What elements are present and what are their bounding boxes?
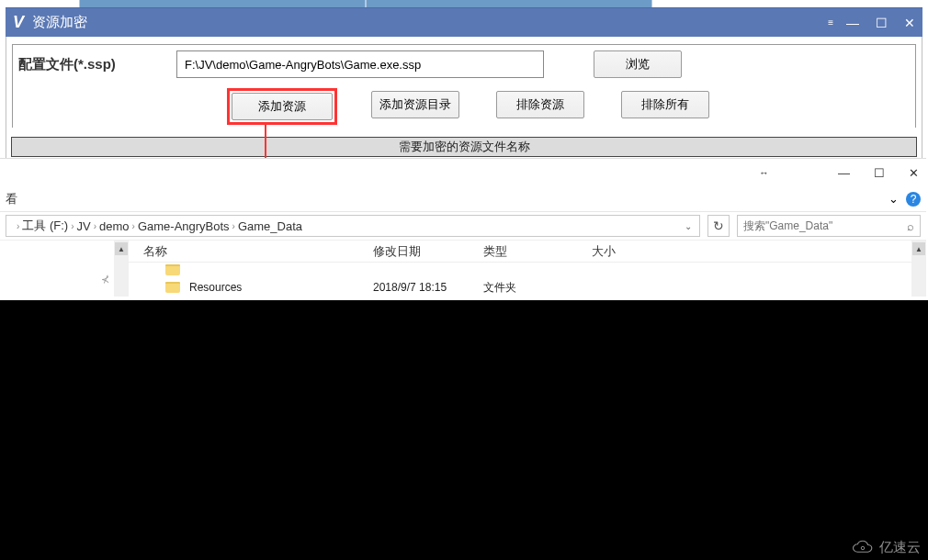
folder-icon	[165, 282, 180, 293]
menu-icon[interactable]: ≡	[828, 17, 830, 28]
list-item[interactable]: Resources 2018/9/7 18:15 文件夹	[129, 277, 926, 297]
exclude-all-button[interactable]: 排除所有	[621, 91, 709, 118]
close-button[interactable]: ✕	[904, 16, 915, 30]
list-header[interactable]: 名称 修改日期 类型 大小	[129, 241, 926, 263]
list-scrollbar[interactable]: ▲	[911, 241, 926, 297]
col-date[interactable]: 修改日期	[373, 243, 483, 260]
add-resource-button[interactable]: 添加资源	[232, 93, 333, 120]
crumb[interactable]: Game-AngryBots	[138, 219, 230, 233]
chevron-right-icon: ›	[71, 221, 74, 231]
explorer-maximize-button[interactable]: ☐	[874, 166, 885, 180]
watermark: 亿速云	[850, 539, 921, 556]
search-input[interactable]	[743, 219, 907, 232]
crumb[interactable]: JV	[77, 219, 91, 233]
obscured-region	[0, 300, 928, 560]
explorer-nav-pane[interactable]: ⊀ ▲	[0, 241, 129, 297]
file-explorer-window: ↔ — ☐ ✕ 看 ⌄ ? › 工具 (F:) › JV › demo › Ga…	[0, 158, 926, 297]
nav-scrollbar[interactable]: ▲	[114, 241, 129, 297]
explorer-menu-item[interactable]: 看	[6, 191, 17, 207]
search-box[interactable]: ⌕	[737, 215, 921, 237]
folder-icon	[165, 264, 180, 275]
resize-handle-icon[interactable]: ↔	[759, 167, 767, 178]
scroll-up-icon[interactable]: ▲	[115, 242, 128, 255]
scroll-up-icon[interactable]: ▲	[912, 242, 925, 255]
exclude-resource-button[interactable]: 排除资源	[496, 91, 584, 118]
svg-point-0	[861, 546, 865, 550]
config-file-label: 配置文件(*.ssp)	[18, 56, 164, 73]
app-titlebar: V 资源加密 ≡ — ☐ ✕	[6, 7, 922, 37]
watermark-text: 亿速云	[879, 539, 921, 556]
app-title: 资源加密	[32, 14, 87, 31]
explorer-close-button[interactable]: ✕	[909, 166, 919, 180]
add-resource-dir-button[interactable]: 添加资源目录	[371, 91, 459, 118]
cloud-icon	[850, 540, 876, 556]
help-icon[interactable]: ?	[906, 192, 921, 207]
col-name[interactable]: 名称	[129, 243, 373, 260]
file-name: Resources	[189, 281, 242, 294]
section-header: 需要加密的资源文件名称	[11, 137, 917, 157]
minimize-button[interactable]: —	[846, 16, 859, 30]
crumb[interactable]: demo	[99, 219, 130, 233]
chevron-right-icon: ›	[94, 221, 96, 231]
list-item[interactable]	[129, 263, 926, 277]
col-type[interactable]: 类型	[483, 243, 592, 260]
pin-icon[interactable]: ⊀	[101, 274, 109, 286]
breadcrumb[interactable]: › 工具 (F:) › JV › demo › Game-AngryBots ›…	[6, 215, 700, 237]
add-resource-highlight: 添加资源	[230, 91, 334, 122]
background-tab-bar	[79, 0, 652, 7]
crumb[interactable]: 工具 (F:)	[22, 218, 68, 234]
browse-button[interactable]: 浏览	[594, 50, 682, 78]
crumb[interactable]: Game_Data	[238, 219, 302, 233]
chevron-right-icon: ›	[17, 221, 19, 231]
app-logo: V	[13, 13, 23, 32]
maximize-button[interactable]: ☐	[876, 16, 888, 30]
chevron-right-icon: ›	[132, 221, 135, 231]
file-date: 2018/9/7 18:15	[373, 281, 483, 294]
config-file-input[interactable]	[176, 50, 544, 78]
search-icon[interactable]: ⌕	[907, 219, 914, 233]
refresh-button[interactable]: ↻	[707, 215, 730, 237]
file-type: 文件夹	[483, 280, 592, 296]
explorer-file-list[interactable]: 名称 修改日期 类型 大小 Resources 2018/9/7 18:15 文…	[129, 241, 926, 297]
chevron-down-icon[interactable]: ⌄	[685, 221, 692, 231]
col-size[interactable]: 大小	[592, 243, 665, 260]
explorer-minimize-button[interactable]: —	[838, 166, 850, 180]
ribbon-chevron-icon[interactable]: ⌄	[888, 192, 899, 206]
chevron-right-icon: ›	[232, 221, 235, 231]
